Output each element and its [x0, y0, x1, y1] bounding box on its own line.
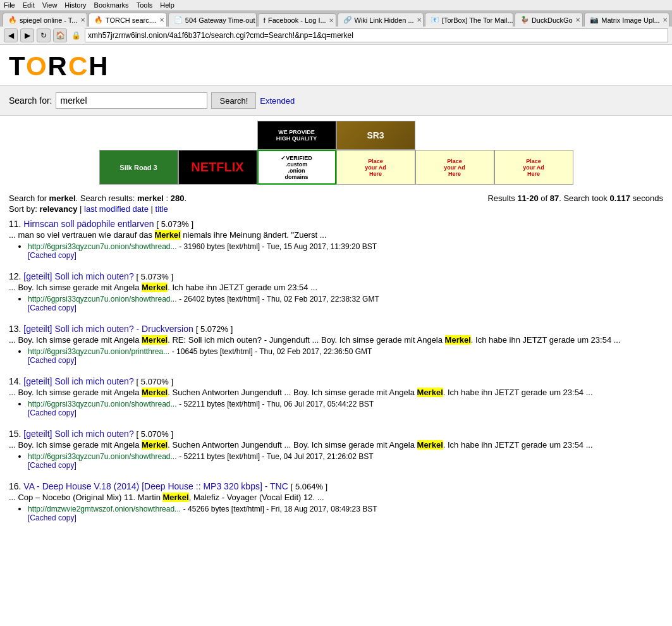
tab-bar: 🔥 spiegel online - T... ✕ 🔥 TORCH searc.…	[0, 11, 672, 27]
result-title-12: 12. [geteilt] Soll ich mich outen? [ 5.0…	[9, 271, 663, 281]
logo-t: T	[9, 51, 26, 81]
result-url-16[interactable]: http://dmzwvie2gmtwszof.onion/showthread…	[28, 505, 181, 513]
tab-close-icon[interactable]: ✕	[575, 16, 580, 23]
cached-copy-16[interactable]: [Cached copy]	[28, 513, 663, 522]
cached-copy-11[interactable]: [Cached copy]	[28, 251, 663, 260]
sort-bar: Sort by: relevancy | last modified date …	[0, 204, 672, 219]
forward-button[interactable]: ▶	[20, 28, 34, 42]
tab-facebook[interactable]: f Facebook - Log I... ✕	[258, 13, 336, 27]
menu-help[interactable]: Help	[160, 1, 174, 9]
extended-link[interactable]: Extended	[260, 96, 295, 106]
ad-onion-domains[interactable]: ✓VERIFIED.custom.oniondomains	[257, 150, 336, 185]
sort-last-modified-link[interactable]: last modified date	[84, 204, 149, 214]
result-link-13[interactable]: [geteilt] Soll ich mich outen? - Druckve…	[23, 324, 193, 334]
tab-duckduckgo[interactable]: 🦆 DuckDuckGo ✕	[515, 13, 583, 27]
result-item-13: 13. [geteilt] Soll ich mich outen? - Dru…	[9, 324, 663, 365]
tab-label: 504 Gateway Time-out	[185, 16, 255, 24]
menu-view[interactable]: View	[42, 1, 58, 9]
ad-sr3[interactable]: SR3	[336, 121, 415, 150]
home-button[interactable]: 🏠	[53, 28, 67, 42]
results-info-right: Results 11-20 of 87. Search took 0.117 s…	[487, 193, 663, 203]
cached-copy-14[interactable]: [Cached copy]	[28, 408, 663, 417]
menu-tools[interactable]: Tools	[137, 1, 153, 9]
result-score-15: [ 5.070% ]	[137, 429, 174, 439]
tab-icon: 🔗	[343, 16, 352, 24]
menu-file[interactable]: File	[4, 1, 15, 9]
tab-close-icon[interactable]: ✕	[159, 16, 164, 23]
result-snippet-15: ... Boy. Ich simse gerade mit Angela Mer…	[9, 440, 663, 450]
address-input[interactable]	[85, 28, 668, 42]
result-snippet-16: ... Cop – Nocebo (Original Mix) 11. Mart…	[9, 493, 663, 502]
tab-matrix[interactable]: 📷 Matrix Image Upl... ✕	[584, 13, 669, 27]
result-meta-14: - 52211 bytes [text/html] - Thu, 06 Jul …	[179, 400, 374, 408]
result-number-11: 11.	[9, 219, 23, 229]
highlight: Merkel	[417, 440, 443, 450]
menu-bookmarks[interactable]: Bookmarks	[94, 1, 129, 9]
search-button[interactable]: Search!	[211, 92, 256, 109]
ad-place-3[interactable]: Placeyour AdHere	[494, 150, 573, 185]
ad-weprovide[interactable]: WE PROVIDEHIGH QUALITY	[257, 121, 336, 150]
result-url-13[interactable]: http://6gprsi33qyzcun7u.onion/printthrea…	[28, 347, 169, 356]
result-item-11: 11. Hirnscan soll pädophile entlarven [ …	[9, 219, 663, 260]
tab-icon: 🔥	[94, 16, 103, 24]
menu-history[interactable]: History	[64, 1, 86, 9]
ad-netflix[interactable]: NETFLIX	[178, 150, 257, 185]
result-link-15[interactable]: [geteilt] Soll ich mich outen?	[23, 429, 133, 439]
results-list: 11. Hirnscan soll pädophile entlarven [ …	[0, 219, 672, 522]
reload-button[interactable]: ↻	[37, 28, 51, 42]
ad-place-2[interactable]: Placeyour AdHere	[415, 150, 494, 185]
security-icon: 🔒	[70, 31, 82, 40]
ad-place-1[interactable]: Placeyour AdHere	[336, 150, 415, 185]
tab-label: spiegel online - T...	[20, 16, 78, 24]
highlight: Merkel	[417, 388, 443, 397]
ads-bottom-row: Silk Road 3 NETFLIX ✓VERIFIED.custom.oni…	[99, 150, 573, 185]
result-number-13: 13.	[9, 324, 23, 334]
menu-edit[interactable]: Edit	[23, 1, 35, 9]
cached-copy-15[interactable]: [Cached copy]	[28, 461, 663, 470]
result-url-11[interactable]: http://6gprsi33qyzcun7u.onion/showthread…	[28, 242, 177, 251]
result-link-16[interactable]: VA - Deep House V.18 (2014) [Deep House …	[23, 481, 288, 491]
tab-icon: 🔥	[8, 16, 17, 24]
result-meta-15: - 52211 bytes [text/html] - Tue, 04 Jul …	[179, 452, 374, 461]
result-link-12[interactable]: [geteilt] Soll ich mich outen?	[23, 271, 133, 281]
result-link-14[interactable]: [geteilt] Soll ich mich outen?	[23, 376, 133, 386]
result-item-14: 14. [geteilt] Soll ich mich outen? [ 5.0…	[9, 376, 663, 417]
highlight: Merkel	[155, 230, 181, 240]
tab-wiki[interactable]: 🔗 Wiki Link Hidden ... ✕	[338, 13, 424, 27]
logo-c: C	[68, 51, 89, 81]
cached-copy-13[interactable]: [Cached copy]	[28, 356, 663, 365]
ad-silkroad[interactable]: Silk Road 3	[99, 150, 178, 185]
result-url-15[interactable]: http://6gprsi33qyzcun7u.onion/showthread…	[28, 452, 177, 461]
tab-label: Matrix Image Upl...	[601, 16, 659, 24]
tab-icon: 📧	[431, 16, 439, 24]
result-url-14[interactable]: http://6gprsi33qyzcun7u.onion/showthread…	[28, 400, 177, 408]
tab-504[interactable]: 📄 504 Gateway Time-out ✕	[168, 13, 257, 27]
tab-close-icon[interactable]: ✕	[329, 17, 334, 24]
result-url-12[interactable]: http://6gprsi33qyzcun7u.onion/showthread…	[28, 295, 177, 304]
tab-spiegel[interactable]: 🔥 spiegel online - T... ✕	[3, 13, 87, 27]
result-item-16: 16. VA - Deep House V.18 (2014) [Deep Ho…	[9, 481, 663, 522]
cached-copy-12[interactable]: [Cached copy]	[28, 304, 663, 312]
result-title-16: 16. VA - Deep House V.18 (2014) [Deep Ho…	[9, 481, 663, 491]
sort-relevancy: relevancy	[39, 204, 77, 214]
result-title-14: 14. [geteilt] Soll ich mich outen? [ 5.0…	[9, 376, 663, 386]
tab-close-icon[interactable]: ✕	[663, 16, 668, 23]
tab-close-icon[interactable]: ✕	[417, 16, 422, 23]
back-button[interactable]: ◀	[4, 28, 18, 42]
result-title-13: 13. [geteilt] Soll ich mich outen? - Dru…	[9, 324, 663, 334]
result-title-11: 11. Hirnscan soll pädophile entlarven [ …	[9, 219, 663, 229]
tab-torbox[interactable]: 📧 [TorBox] The Tor Mail... ✕	[425, 13, 513, 27]
search-bar-area: Search for: Search! Extended	[0, 85, 672, 116]
tab-label: Facebook - Log I...	[268, 16, 326, 24]
tab-icon: 📄	[174, 16, 183, 24]
search-input[interactable]	[56, 92, 207, 109]
highlight: Merkel	[445, 335, 471, 345]
sort-title-link[interactable]: title	[156, 204, 168, 214]
tab-close-icon[interactable]: ✕	[80, 16, 85, 23]
result-snippet-12: ... Boy. Ich simse gerade mit Angela Mer…	[9, 283, 663, 292]
tab-icon: 🦆	[520, 16, 529, 24]
ads-top-row: WE PROVIDEHIGH QUALITY SR3	[257, 121, 415, 150]
tab-torch[interactable]: 🔥 TORCH searc.... ✕	[89, 13, 167, 27]
result-link-11[interactable]: Hirnscan soll pädophile entlarven	[23, 219, 154, 229]
result-number-15: 15.	[9, 429, 23, 439]
